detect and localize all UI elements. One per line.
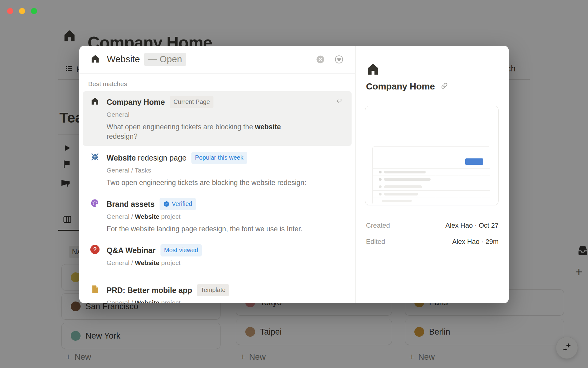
- preview-skeleton-bar: [382, 200, 412, 202]
- palette-icon: [90, 198, 107, 234]
- close-window-button[interactable]: [7, 8, 13, 14]
- snippet-line: redesign?: [107, 132, 344, 141]
- home-icon: [366, 62, 380, 78]
- meta-value: Alex Hao · 29m: [452, 238, 499, 246]
- text-segment: Two open engineering tickets are blockin…: [107, 179, 306, 187]
- text-segment: project: [159, 213, 180, 220]
- preview-blue-button: [465, 158, 483, 165]
- skeleton-dot: [379, 193, 382, 195]
- preview-table-row: [373, 176, 490, 183]
- text-segment: Brand assets: [107, 200, 155, 208]
- skeleton-bar: [384, 171, 426, 173]
- snippet-line: For the website landing page redesign, t…: [107, 224, 344, 234]
- text-segment: Website: [135, 213, 159, 220]
- search-query-text: Website: [107, 54, 140, 64]
- result-badge: Template: [197, 284, 229, 296]
- result-body: Website redesign pagePopular this weekGe…: [107, 152, 344, 188]
- result-title-text: Brand assets: [107, 199, 155, 209]
- result-title-text: Company Home: [107, 97, 165, 107]
- text-segment: General /: [107, 213, 135, 220]
- text-segment: Company Home: [107, 98, 165, 106]
- question-mark-icon: ?: [90, 244, 107, 267]
- text-segment: General: [107, 111, 130, 118]
- collapse-arrows-icon: [90, 152, 107, 188]
- snippet-line: What open engineering tickets are blocki…: [107, 122, 344, 132]
- text-segment: General / Tasks: [107, 167, 151, 174]
- results-area: Best matches Company HomeCurrent PageGen…: [79, 74, 355, 303]
- skeleton-dot: [379, 178, 382, 181]
- search-results-pane: Website — Open Best matches Company Home…: [79, 46, 356, 303]
- skeleton-bar: [384, 185, 422, 188]
- result-snippet: Two open engineering tickets are blockin…: [107, 178, 344, 188]
- section-label: Best matches: [83, 75, 352, 91]
- home-icon: [90, 54, 100, 65]
- result-breadcrumb: General / Website project: [107, 259, 344, 267]
- search-result-row[interactable]: Brand assetsVerifiedGeneral / Website pr…: [83, 193, 352, 238]
- window-controls: [7, 8, 37, 14]
- result-badge: Popular this week: [191, 152, 247, 164]
- search-modal: Website — Open Best matches Company Home…: [79, 46, 509, 303]
- search-result-row[interactable]: Company HomeCurrent PageGeneralWhat open…: [83, 91, 352, 146]
- filter-button[interactable]: [334, 55, 344, 64]
- result-title-text: PRD: Better mobile app: [107, 285, 192, 295]
- result-badge: Current Page: [170, 96, 213, 108]
- badge-label: Template: [201, 285, 225, 295]
- result-badge: Most viewed: [160, 244, 202, 256]
- badge-label: Current Page: [173, 97, 210, 107]
- result-title-text: Website redesign page: [107, 153, 187, 163]
- results-divider: [87, 275, 348, 275]
- preview-table-row: [373, 183, 490, 190]
- clear-search-button[interactable]: [316, 55, 325, 64]
- link-icon[interactable]: [440, 82, 448, 91]
- badge-label: Verified: [172, 199, 192, 209]
- text-segment: Website: [135, 299, 159, 303]
- text-segment: For the website landing page redesign, t…: [107, 225, 302, 233]
- search-result-row[interactable]: ?Q&A WebinarMost viewedGeneral / Website…: [83, 240, 352, 271]
- minimize-window-button[interactable]: [19, 8, 25, 14]
- text-segment: General /: [107, 259, 135, 266]
- text-segment: redesign page: [136, 154, 186, 162]
- skeleton-bar: [384, 178, 431, 181]
- zoom-window-button[interactable]: [31, 8, 37, 14]
- document-icon: [90, 284, 107, 303]
- preview-meta-row: CreatedAlex Hao · Oct 27: [366, 221, 499, 230]
- preview-mini-page: [372, 146, 490, 203]
- search-input[interactable]: Website — Open: [107, 53, 316, 66]
- search-result-row[interactable]: Website redesign pagePopular this weekGe…: [83, 147, 352, 192]
- result-title: PRD: Better mobile appTemplate: [107, 284, 344, 296]
- skeleton-bar: [384, 193, 418, 195]
- result-body: Q&A WebinarMost viewedGeneral / Website …: [107, 244, 344, 267]
- text-segment: Website: [107, 154, 136, 162]
- search-bar: Website — Open: [79, 46, 355, 74]
- result-title: Brand assetsVerified: [107, 198, 344, 210]
- preview-table-row: [373, 190, 490, 198]
- text-segment: redesign?: [107, 132, 138, 140]
- result-title: Company HomeCurrent Page: [107, 96, 344, 108]
- text-segment: website: [255, 123, 281, 131]
- meta-label: Edited: [366, 238, 385, 246]
- result-body: Brand assetsVerifiedGeneral / Website pr…: [107, 198, 344, 234]
- skeleton-dot: [379, 185, 382, 188]
- preview-panel: Company Home CreatedAlex Hao · Oct 27Edi…: [356, 46, 509, 303]
- text-segment: General /: [107, 299, 135, 303]
- badge-label: Popular this week: [195, 153, 243, 162]
- enter-key-icon: [334, 97, 343, 107]
- result-breadcrumb: General / Website project: [107, 213, 344, 220]
- result-title: Website redesign pagePopular this week: [107, 152, 344, 164]
- badge-label: Most viewed: [164, 245, 198, 255]
- search-suggestion: — Open: [144, 53, 186, 66]
- result-badge: Verified: [160, 198, 196, 210]
- page-preview-thumbnail[interactable]: [365, 106, 499, 205]
- home-icon: [90, 96, 107, 141]
- result-breadcrumb: General: [107, 111, 344, 118]
- preview-table-row: [373, 168, 490, 176]
- verified-seal-icon: [163, 201, 169, 207]
- search-result-row[interactable]: PRD: Better mobile appTemplateGeneral / …: [83, 279, 352, 303]
- result-snippet: For the website landing page redesign, t…: [107, 224, 344, 234]
- result-snippet: What open engineering tickets are blocki…: [107, 122, 344, 141]
- preview-title: Company Home: [366, 81, 435, 92]
- preview-meta-row: EditedAlex Hao · 29m: [366, 237, 499, 246]
- snippet-line: Two open engineering tickets are blockin…: [107, 178, 344, 188]
- result-body: Company HomeCurrent PageGeneralWhat open…: [107, 96, 344, 141]
- text-segment: Q&A Webinar: [107, 246, 156, 255]
